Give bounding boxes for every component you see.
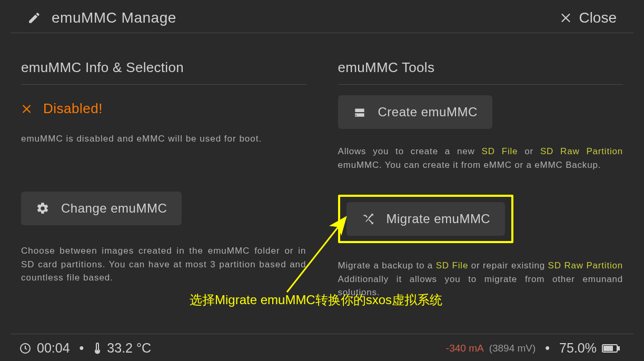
right-title: emuMMC Tools	[338, 59, 623, 85]
hl: SD File	[482, 146, 518, 156]
txt: Allows you to create a new	[338, 146, 482, 156]
left-column: emuMMC Info & Selection Disabled! emuMMC…	[21, 59, 306, 299]
main-columns: emuMMC Info & Selection Disabled! emuMMC…	[0, 33, 644, 299]
time: 00:04	[37, 340, 70, 356]
txt: or	[518, 146, 540, 156]
voltage: (3894 mV)	[489, 343, 536, 354]
close-button[interactable]: Close	[560, 9, 617, 26]
status-desc: emuMMC is disabled and eMMC will be used…	[21, 134, 306, 144]
footer-right: -340 mA (3894 mV) 75.0%	[446, 340, 625, 356]
txt: or repair existing	[468, 260, 548, 270]
migrate-emummc-button[interactable]: Migrate emuMMC	[346, 202, 506, 236]
migrate-emummc-label: Migrate emuMMC	[387, 212, 491, 226]
close-label: Close	[579, 9, 617, 26]
temp: 33.2 °C	[107, 340, 151, 356]
change-desc: Choose between images created in the emu…	[21, 244, 306, 285]
hl: SD File	[436, 260, 468, 270]
current: -340 mA	[446, 343, 484, 354]
left-title: emuMMC Info & Selection	[21, 59, 306, 85]
drive-icon	[353, 105, 366, 119]
page-title: emuMMC Manage	[52, 9, 176, 26]
highlight-box: Migrate emuMMC	[338, 195, 514, 243]
status-label: Disabled!	[43, 101, 103, 117]
pencil-icon	[27, 11, 41, 25]
clock-icon	[19, 342, 32, 355]
footer: 00:04 33.2 °C -340 mA (3894 mV) 75.0%	[11, 334, 633, 361]
battery-pct: 75.0%	[559, 340, 597, 356]
svg-rect-4	[618, 347, 619, 350]
status-row: Disabled!	[21, 101, 306, 117]
gear-icon	[36, 202, 49, 215]
footer-left: 00:04 33.2 °C	[19, 340, 156, 356]
dot	[541, 340, 554, 356]
dot	[75, 340, 88, 356]
create-emummc-button[interactable]: Create emuMMC	[338, 95, 492, 129]
hl: SD Raw Partition	[548, 260, 623, 270]
close-icon	[560, 11, 573, 25]
change-emummc-button[interactable]: Change emuMMC	[21, 192, 182, 225]
header: emuMMC Manage Close	[11, 0, 633, 33]
svg-rect-5	[603, 346, 613, 351]
header-left: emuMMC Manage	[27, 9, 176, 26]
thermometer-icon	[93, 342, 102, 355]
right-column: emuMMC Tools Create emuMMC Allows you to…	[338, 59, 623, 299]
shuffle-icon	[361, 212, 375, 226]
battery-icon	[602, 343, 620, 354]
change-emummc-label: Change emuMMC	[61, 201, 167, 216]
create-emummc-label: Create emuMMC	[378, 105, 478, 119]
create-desc: Allows you to create a new SD File or SD…	[338, 145, 623, 172]
hl: SD Raw Partition	[540, 146, 623, 156]
svg-point-2	[96, 350, 98, 353]
txt: emuMMC. You can create it from eMMC or a…	[338, 160, 601, 170]
txt: Migrate a backup to a	[338, 260, 436, 270]
x-icon	[21, 103, 34, 115]
annotation-text: 选择Migrate emuMMC转换你的sxos虚拟系统	[190, 292, 442, 308]
